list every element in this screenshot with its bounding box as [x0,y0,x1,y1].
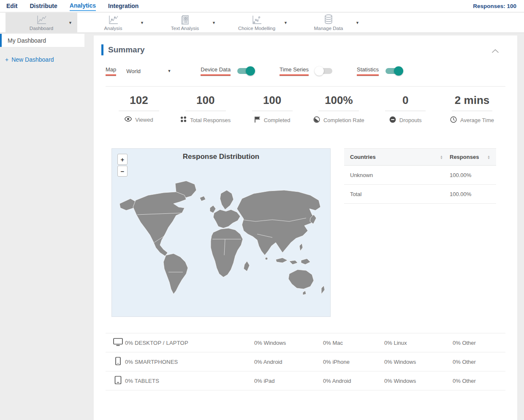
toolbar-choice-modelling[interactable]: Choice Modelling ▼ [221,13,293,33]
stat-label: Average Time [460,117,494,123]
clock-icon [450,116,457,124]
time-series-toggle[interactable] [315,68,332,74]
stat-label: Dropouts [399,117,422,123]
controls-row: Map World ▼ Device Data Time Series Stat… [106,66,505,76]
stat-label: Completed [264,117,291,123]
summary-panel: Summary Map World ▼ Device Data Time Ser… [94,35,517,420]
map-indonesia [276,258,288,263]
table-row-smartphones: 0% SMARTPHONES 0% Android 0% iPhone 0% W… [106,352,505,371]
map-tasmania [303,291,306,295]
toolbar-item-label: Dashboard [30,26,53,31]
stat-average-time: 2 mins Average Time [439,94,505,124]
responses-cell: 100.00% [450,191,490,197]
desktop-icon [113,338,123,347]
device-stat: 0% iPhone [323,359,350,365]
map-indonesia-east [289,260,298,265]
device-stat: 0% Windows [254,340,286,346]
new-dashboard-label: New Dashboard [11,56,54,63]
device-stat: 0% Windows [384,359,416,365]
map-zoom-in-button[interactable]: + [117,154,128,165]
new-dashboard-button[interactable]: + New Dashboard [5,56,84,63]
analysis-chart-icon [108,15,119,25]
stat-value: 102 [106,94,172,107]
sort-icon[interactable]: ▲▼ [487,155,490,159]
toolbar-manage-data[interactable]: Manage Data ▼ [293,13,364,33]
map-europe [213,210,240,228]
toolbar-dashboard[interactable]: Dashboard ▼ [5,13,77,33]
time-series-label: Time Series [280,66,309,76]
stat-total-responses: 100 Total Responses [172,94,239,124]
device-stat: 0% Linux [384,340,407,346]
map-region-value: World [126,68,141,74]
map-title: Response Distribution [112,153,330,161]
text-analysis-document-icon [180,15,190,25]
chevron-down-icon: ▼ [140,21,144,25]
world-map[interactable] [112,171,331,310]
stat-value: 100% [305,94,372,107]
stat-label: Completion Rate [323,117,364,123]
stat-completion-rate: 100% Completion Rate [305,94,372,124]
map-new-zealand [321,286,325,294]
divider [385,111,426,111]
countries-column-header[interactable]: Countries ▲▼ [350,154,450,160]
sidebar: My Dashboard + New Dashboard [0,33,84,420]
device-data-toggle[interactable] [237,68,254,74]
toggle-knob [315,66,324,76]
choice-modelling-scatter-icon [251,15,262,25]
toolbar-analysis[interactable]: Analysis ▼ [77,13,149,33]
map-asia [237,190,320,255]
nav-integration[interactable]: Integration [108,1,138,11]
map-uk [210,205,216,213]
tablet-icon [113,376,123,386]
nav-analytics[interactable]: Analytics [70,1,96,11]
chevron-down-icon: ▼ [167,69,171,73]
statistics-toggle[interactable] [386,68,402,74]
table-row-tablets: 0% TABLETS 0% iPad 0% Android 0% Windows… [106,371,505,390]
map-philippines [299,243,303,251]
countries-header-label: Countries [350,154,376,160]
top-nav: Edit Distribute Analytics Integration Re… [0,0,524,12]
responses-count[interactable]: Responses: 100 [473,3,516,9]
smartphone-icon [113,357,123,367]
analytics-toolbar: Dashboard ▼ Analysis ▼ Text Analysis ▼ C… [0,13,524,33]
collapse-chevron-up-icon[interactable] [491,47,499,55]
device-data-table: 0% DESKTOP / LAPTOP 0% Windows 0% Mac 0%… [106,333,505,390]
responses-column-header[interactable]: Responses ▲▼ [450,154,490,160]
contrast-circle-icon [313,116,320,124]
table-row-desktop: 0% DESKTOP / LAPTOP 0% Windows 0% Mac 0%… [106,333,505,352]
map-south-america [163,254,188,294]
map-region-select[interactable]: World ▼ [126,68,171,74]
summary-header: Summary [101,35,505,55]
stat-value: 100 [172,94,239,107]
divider [119,111,159,111]
map-label: Map [106,66,116,76]
chevron-down-icon: ▼ [68,21,72,25]
stat-value: 100 [239,94,306,107]
stat-value: 2 mins [439,94,505,107]
stat-label: Viewed [135,117,153,123]
toggle-knob [394,66,403,76]
nav-edit[interactable]: Edit [6,1,17,11]
divider [106,86,505,87]
nav-distribute[interactable]: Distribute [30,1,57,11]
sidebar-item-my-dashboard[interactable]: My Dashboard [0,34,84,47]
map-africa [211,228,243,277]
map-section: Response Distribution + − [106,148,505,317]
device-stat: 0% Other [453,359,476,365]
device-label: 0% TABLETS [125,378,159,384]
toolbar-item-label: Manage Data [314,26,343,31]
toolbar-item-label: Analysis [104,26,122,31]
statistics-label: Statistics [357,66,379,76]
map-new-guinea [301,259,310,265]
sort-icon[interactable]: ▲▼ [440,155,443,159]
toolbar-text-analysis[interactable]: Text Analysis ▼ [149,13,221,33]
device-stat: 0% Mac [323,340,343,346]
map-sri-lanka [265,257,268,260]
chevron-down-icon: ▼ [212,21,216,25]
map-scandinavia [220,190,233,210]
dots-grid-icon [180,116,187,124]
flag-icon [254,116,261,124]
device-data-label: Device Data [201,66,231,76]
database-icon [323,15,334,25]
chevron-down-icon: ▼ [356,21,359,25]
